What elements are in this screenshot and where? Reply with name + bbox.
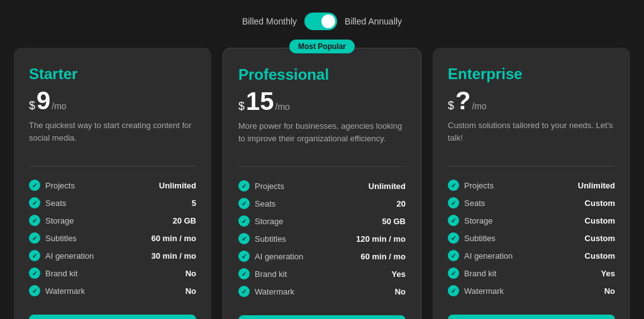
feature-value: Unlimited — [369, 181, 406, 191]
feature-left: Projects — [238, 180, 284, 192]
feature-left: Projects — [448, 180, 494, 191]
check-icon — [29, 180, 40, 191]
feature-label: Brand kit — [464, 269, 496, 278]
check-icon — [29, 197, 40, 208]
price-dollar: $ — [448, 99, 454, 112]
check-icon — [29, 215, 40, 226]
cta-button-enterprise[interactable]: Get in touch — [448, 315, 615, 319]
plan-price-professional: $ 15 /mo — [238, 89, 406, 114]
price-period: /mo — [52, 101, 66, 111]
feature-left: Watermark — [448, 285, 504, 296]
price-amount: 15 — [246, 89, 274, 114]
price-dollar: $ — [238, 100, 245, 113]
feature-value: No — [186, 286, 196, 296]
feature-label: Brand kit — [45, 269, 77, 278]
feature-label: Seats — [255, 199, 275, 208]
billing-annually-label: Billed Annually — [345, 16, 402, 26]
feature-value: 30 min / mo — [151, 251, 196, 261]
feature-value: 20 — [397, 199, 406, 208]
feature-left: Storage — [238, 215, 284, 227]
feature-item: AI generation Custom — [448, 247, 615, 264]
billing-toggle-switch[interactable] — [304, 13, 337, 30]
feature-left: Watermark — [29, 285, 85, 296]
check-icon — [29, 250, 40, 261]
plan-name-enterprise: Enterprise — [448, 65, 615, 83]
cta-button-professional[interactable]: Subscribe to plan — [238, 315, 406, 319]
price-amount: 9 — [36, 88, 50, 113]
feature-label: Projects — [464, 181, 494, 190]
feature-label: AI generation — [255, 252, 303, 261]
cta-button-starter[interactable]: Subscribe to plan — [29, 315, 196, 319]
feature-label: Projects — [45, 181, 75, 190]
price-period: /mo — [275, 102, 290, 112]
price-dollar: $ — [29, 99, 35, 112]
most-popular-badge: Most Popular — [289, 40, 355, 53]
feature-left: AI generation — [238, 251, 303, 262]
feature-label: Watermark — [45, 286, 85, 296]
feature-value: Unlimited — [159, 181, 196, 190]
check-icon — [29, 268, 40, 279]
plans-container: Starter $ 9 /mo The quickest way to star… — [14, 48, 630, 319]
feature-item: Watermark No — [448, 282, 615, 300]
feature-value: 5 — [192, 198, 196, 208]
feature-value: Custom — [585, 198, 615, 208]
features-list-starter: Projects Unlimited Seats 5 Storage 20 GB… — [29, 176, 196, 300]
feature-left: Subtitles — [238, 233, 286, 244]
feature-value: 60 min / mo — [360, 252, 406, 261]
feature-value: No — [395, 287, 406, 296]
feature-item: Subtitles 120 min / mo — [238, 230, 406, 247]
features-list-professional: Projects Unlimited Seats 20 Storage 50 G… — [238, 177, 406, 300]
check-icon — [448, 268, 459, 279]
feature-item: Storage 20 GB — [29, 212, 196, 229]
feature-label: Subtitles — [255, 234, 286, 244]
check-icon — [448, 180, 459, 191]
feature-label: Storage — [45, 216, 74, 225]
check-icon — [448, 215, 459, 226]
billing-toggle-row: Billed Monthly Billed Annually — [242, 13, 402, 30]
feature-left: Subtitles — [29, 232, 77, 244]
feature-item: Seats 5 — [29, 194, 196, 212]
feature-item: Storage Custom — [448, 212, 615, 229]
price-amount: ? — [455, 88, 470, 113]
check-icon — [238, 198, 250, 209]
check-icon — [238, 268, 250, 279]
feature-item: Seats 20 — [238, 195, 406, 212]
toggle-track — [304, 13, 337, 30]
plan-name-starter: Starter — [29, 65, 196, 83]
plan-description-starter: The quickest way to start creating conte… — [29, 119, 196, 152]
feature-left: Projects — [29, 180, 75, 191]
feature-left: Brand kit — [29, 268, 77, 279]
feature-left: Seats — [238, 198, 275, 209]
feature-item: Projects Unlimited — [448, 176, 615, 194]
feature-label: Seats — [464, 198, 485, 208]
feature-value: No — [604, 286, 615, 296]
feature-item: Brand kit Yes — [238, 265, 406, 283]
feature-left: AI generation — [29, 250, 94, 261]
feature-item: Subtitles Custom — [448, 229, 615, 247]
feature-label: Watermark — [255, 287, 294, 296]
plan-price-starter: $ 9 /mo — [29, 88, 196, 113]
divider — [238, 166, 406, 167]
feature-item: Projects Unlimited — [29, 176, 196, 194]
check-icon — [29, 232, 40, 244]
feature-label: Storage — [255, 217, 284, 226]
check-icon — [448, 197, 459, 208]
plan-description-professional: More power for businesses, agencies look… — [238, 120, 406, 153]
feature-label: Projects — [255, 181, 284, 191]
feature-left: AI generation — [448, 250, 513, 261]
check-icon — [448, 285, 459, 296]
plan-description-enterprise: Custom solutions tailored to your needs.… — [448, 119, 615, 152]
plan-name-professional: Professional — [238, 66, 406, 84]
billing-monthly-label: Billed Monthly — [242, 16, 297, 26]
feature-item: Watermark No — [238, 283, 406, 300]
feature-value: 50 GB — [382, 217, 406, 226]
divider — [29, 166, 196, 166]
feature-value: Custom — [585, 251, 615, 261]
feature-item: AI generation 30 min / mo — [29, 247, 196, 264]
check-icon — [448, 232, 459, 244]
plan-card-professional: Most Popular Professional $ 15 /mo More … — [223, 48, 421, 319]
features-list-enterprise: Projects Unlimited Seats Custom Storage … — [448, 176, 615, 300]
check-icon — [238, 233, 250, 244]
check-icon — [448, 250, 459, 261]
feature-label: Seats — [45, 198, 66, 208]
